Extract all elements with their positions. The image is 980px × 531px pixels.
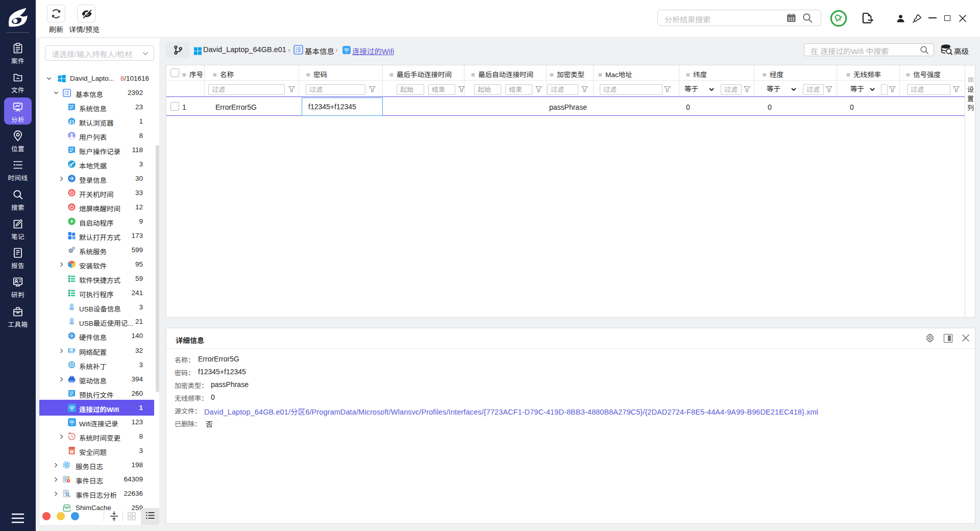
svg-text:?: ? xyxy=(71,450,73,453)
